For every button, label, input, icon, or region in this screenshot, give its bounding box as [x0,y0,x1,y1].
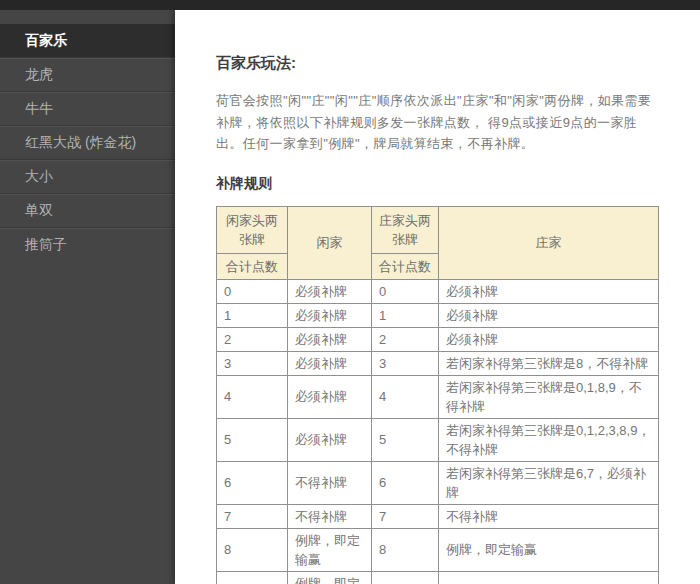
table-row: 9 例牌，即定输赢 9 例牌，即定输赢 [217,571,659,584]
sidebar-item-label: 大小 [25,168,53,184]
sidebar-item-0[interactable]: 百家乐 [0,24,175,57]
header-player-total-points: 合计点数 [217,253,288,279]
sidebar-item-label: 龙虎 [25,66,53,82]
sidebar-item-label: 牛牛 [25,100,53,116]
sidebar-item-6[interactable]: 推筒子 [0,227,175,261]
player-points-cell: 2 [217,327,288,351]
sidebar-item-label: 推筒子 [25,236,67,252]
sidebar-item-3[interactable]: 红黑大战 (炸金花) [0,125,175,159]
table-row: 8 例牌，即定输赢 8 例牌，即定输赢 [217,528,659,571]
player-points-cell: 6 [217,461,288,504]
sidebar-item-label: 红黑大战 (炸金花) [25,134,136,150]
page-title: 百家乐玩法: [216,54,700,73]
banker-action-cell: 若闲家补得第三张牌是0,1,2,3,8,9，不得补牌 [439,418,659,461]
table-row: 0 必须补牌 0 必须补牌 [217,279,659,303]
player-action-cell: 必须补牌 [288,375,372,418]
banker-points-cell: 1 [372,303,439,327]
table-row: 2 必须补牌 2 必须补牌 [217,327,659,351]
sidebar-item-2[interactable]: 牛牛 [0,91,175,125]
sidebar-item-5[interactable]: 单双 [0,193,175,227]
player-action-cell: 必须补牌 [288,351,372,375]
rules-table-body: 0 必须补牌 0 必须补牌 1 必须补牌 1 必须补牌 2 必须补牌 2 必须补… [217,279,659,584]
player-action-cell: 不得补牌 [288,461,372,504]
table-row: 5 必须补牌 5 若闲家补得第三张牌是0,1,2,3,8,9，不得补牌 [217,418,659,461]
player-points-cell: 8 [217,528,288,571]
content-panel: 百家乐玩法: 荷官会按照"闲""庄""闲""庄"顺序依次派出"庄家"和"闲家"两… [175,10,700,584]
banker-action-cell: 例牌，即定输赢 [439,528,659,571]
table-row: 7 不得补牌 7 不得补牌 [217,504,659,528]
header-player: 闲家 [288,206,372,279]
banker-points-cell: 3 [372,351,439,375]
sidebar-item-1[interactable]: 龙虎 [0,57,175,91]
banker-points-cell: 7 [372,504,439,528]
sidebar-item-label: 单双 [25,202,53,218]
banker-points-cell: 8 [372,528,439,571]
table-row: 4 必须补牌 4 若闲家补得第三张牌是0,1,8,9，不得补牌 [217,375,659,418]
table-row: 6 不得补牌 6 若闲家补得第三张牌是6,7，必须补牌 [217,461,659,504]
table-row: 3 必须补牌 3 若闲家补得第三张牌是8，不得补牌 [217,351,659,375]
banker-action-cell: 必须补牌 [439,327,659,351]
banker-points-cell: 9 [372,571,439,584]
banker-points-cell: 6 [372,461,439,504]
banker-action-cell: 必须补牌 [439,303,659,327]
player-action-cell: 不得补牌 [288,504,372,528]
header-banker: 庄家 [439,206,659,279]
rules-table: 闲家头两张牌 闲家 庄家头两张牌 庄家 合计点数 合计点数 0 必须补牌 0 必… [216,206,659,584]
banker-action-cell: 例牌，即定输赢 [439,571,659,584]
banker-action-cell: 不得补牌 [439,504,659,528]
banker-points-cell: 2 [372,327,439,351]
banker-points-cell: 4 [372,375,439,418]
sidebar-menu: 百家乐 龙虎 牛牛 红黑大战 (炸金花) 大小 单双 推筒子 [0,24,175,261]
sidebar: 百家乐 龙虎 牛牛 红黑大战 (炸金花) 大小 单双 推筒子 [0,10,175,584]
player-points-cell: 7 [217,504,288,528]
player-points-cell: 3 [217,351,288,375]
player-points-cell: 1 [217,303,288,327]
banker-action-cell: 必须补牌 [439,279,659,303]
banker-points-cell: 5 [372,418,439,461]
player-action-cell: 例牌，即定输赢 [288,528,372,571]
player-action-cell: 必须补牌 [288,327,372,351]
top-bar [0,0,700,10]
banker-action-cell: 若闲家补得第三张牌是6,7，必须补牌 [439,461,659,504]
sidebar-item-4[interactable]: 大小 [0,159,175,193]
player-points-cell: 4 [217,375,288,418]
player-points-cell: 0 [217,279,288,303]
table-row: 1 必须补牌 1 必须补牌 [217,303,659,327]
player-action-cell: 必须补牌 [288,303,372,327]
banker-points-cell: 0 [372,279,439,303]
header-banker-two-cards: 庄家头两张牌 [372,206,439,253]
player-action-cell: 必须补牌 [288,418,372,461]
player-action-cell: 必须补牌 [288,279,372,303]
banker-action-cell: 若闲家补得第三张牌是8，不得补牌 [439,351,659,375]
game-description: 荷官会按照"闲""庄""闲""庄"顺序依次派出"庄家"和"闲家"两份牌，如果需要… [216,90,656,155]
player-action-cell: 例牌，即定输赢 [288,571,372,584]
rules-heading: 补牌规则 [216,175,700,193]
header-player-two-cards: 闲家头两张牌 [217,206,288,253]
player-points-cell: 9 [217,571,288,584]
header-banker-total-points: 合计点数 [372,253,439,279]
sidebar-item-label: 百家乐 [25,32,67,48]
banker-action-cell: 若闲家补得第三张牌是0,1,8,9，不得补牌 [439,375,659,418]
rules-table-header: 闲家头两张牌 闲家 庄家头两张牌 庄家 合计点数 合计点数 [217,206,659,279]
player-points-cell: 5 [217,418,288,461]
